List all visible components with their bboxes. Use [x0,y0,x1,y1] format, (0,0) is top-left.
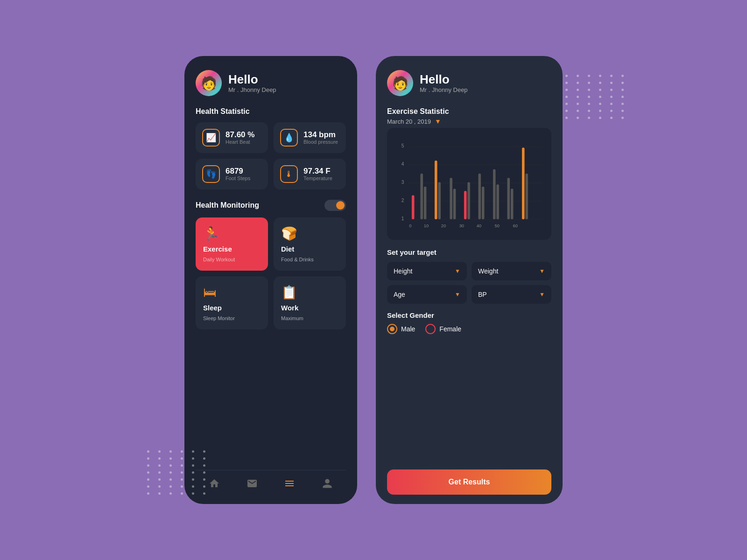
diet-name: Diet [281,245,338,253]
exercise-chart: 5 4 3 2 1 [394,135,545,233]
footsteps-icon: 👣 [202,165,220,183]
avatar-left: 🧑 [196,70,222,96]
dots-decoration-tr: // Will render after body builds [565,75,628,119]
svg-text:2: 2 [402,198,404,203]
age-dropdown-arrow: ▼ [455,291,460,298]
svg-rect-13 [435,161,437,219]
svg-text:0: 0 [409,224,411,228]
svg-rect-16 [453,189,456,219]
male-radio-outer [387,324,397,334]
diet-sub: Food & Drinks [281,257,338,262]
date-dropdown-arrow[interactable]: ▼ [435,118,441,125]
nav-mail[interactable] [244,475,261,495]
height-dropdown-arrow: ▼ [455,268,460,274]
bp-dropdown-arrow: ▼ [539,291,545,298]
activity-card-work[interactable]: 📋 Work Maximum [274,276,346,329]
hello-text-left: Hello [228,73,276,86]
get-results-button[interactable]: Get Results [387,469,551,495]
blood-pressure-label: Blood pressure [303,139,338,145]
svg-rect-22 [496,184,499,219]
right-phone: 🧑 Hello Mr . Jhonny Deep Exercise Statis… [376,56,563,504]
stat-grid: 📈 87.60 % Heart Beat 💧 134 bpm Blood pre… [196,122,346,189]
svg-rect-15 [450,178,452,219]
gender-option-female[interactable]: Female [425,324,461,334]
weight-dropdown[interactable]: Weight ▼ [472,262,551,280]
male-radio-inner [390,327,395,331]
svg-rect-21 [493,169,496,219]
age-label: Age [394,291,405,298]
set-target-title: Set your target [387,248,551,256]
age-dropdown[interactable]: Age ▼ [387,285,467,304]
blood-pressure-icon: 💧 [280,129,298,147]
footsteps-value: 6879 [226,167,250,176]
bottom-nav [196,470,346,495]
svg-text:50: 50 [495,224,500,228]
stat-card-temperature[interactable]: 🌡 97.34 F Temperature [274,159,346,189]
monitoring-header: Health Monitoring [196,200,346,211]
select-gender-title: Select Gender [387,311,551,319]
svg-text:3: 3 [402,180,404,185]
work-icon: 📋 [281,285,338,300]
activity-card-sleep[interactable]: 🛏 Sleep Sleep Monitor [196,276,268,329]
work-sub: Maximum [281,315,338,321]
svg-rect-18 [467,182,470,219]
exercise-name: Exercise [203,245,261,253]
footsteps-label: Foot Steps [226,175,250,181]
target-grid: Height ▼ Weight ▼ Age ▼ BP ▼ [387,262,551,304]
left-phone: 🧑 Hello Mr . Jhonny Deep Health Statisti… [184,56,357,504]
user-header-left: 🧑 Hello Mr . Jhonny Deep [196,70,346,96]
user-header-right: 🧑 Hello Mr . Jhonny Deep [387,70,551,96]
stat-card-heartbeat[interactable]: 📈 87.60 % Heart Beat [196,122,268,153]
svg-rect-23 [507,178,510,219]
activity-card-exercise[interactable]: 🏃 Exercise Daily Workout [196,217,268,271]
weight-dropdown-arrow: ▼ [539,268,545,274]
svg-text:30: 30 [459,224,464,228]
monitoring-toggle[interactable] [324,200,346,211]
date-row: March 20 , 2019 ▼ [387,118,551,125]
svg-text:40: 40 [477,224,481,228]
exercise-date: March 20 , 2019 [387,118,431,125]
page-wrapper: // Will render after body builds 🧑 Hello… [184,56,563,504]
user-name-block-left: Hello Mr . Jhonny Deep [228,73,276,93]
gender-option-male[interactable]: Male [387,324,415,334]
gender-row: Male Female [387,324,551,334]
exercise-header: Exercise Statistic March 20 , 2019 ▼ [387,107,551,125]
subname-left: Mr . Jhonny Deep [228,86,276,93]
subname-right: Mr . Jhonny Deep [420,86,468,93]
hello-text-right: Hello [420,73,468,86]
diet-icon: 🍞 [281,226,338,241]
svg-rect-10 [412,195,415,219]
height-label: Height [394,267,412,275]
svg-rect-20 [482,187,485,219]
health-statistic-title: Health Statistic [196,107,346,116]
footsteps-info: 6879 Foot Steps [226,167,250,182]
activity-card-diet[interactable]: 🍞 Diet Food & Drinks [274,217,346,271]
svg-rect-17 [464,191,467,219]
select-gender-section: Select Gender Male Female [387,311,551,334]
svg-rect-19 [478,174,481,219]
svg-rect-26 [525,174,528,219]
svg-text:5: 5 [402,143,404,148]
svg-rect-14 [438,182,441,219]
female-radio-outer [425,324,436,334]
nav-settings[interactable] [281,475,298,495]
bp-dropdown[interactable]: BP ▼ [472,285,551,304]
stat-card-footsteps[interactable]: 👣 6879 Foot Steps [196,159,268,189]
svg-text:10: 10 [424,224,429,228]
nav-profile[interactable] [319,475,336,495]
exercise-sub: Daily Workout [203,257,261,262]
bp-label: BP [478,291,487,298]
height-dropdown[interactable]: Height ▼ [387,262,467,280]
svg-text:4: 4 [402,161,404,167]
chart-area: 5 4 3 2 1 [387,128,551,240]
heartbeat-info: 87.60 % Heart Beat [226,131,254,145]
sleep-icon: 🛏 [203,285,261,300]
exercise-title: Exercise Statistic [387,107,551,116]
female-label: Female [439,325,461,333]
svg-text:60: 60 [513,224,517,228]
temperature-value: 97.34 F [303,167,332,176]
svg-rect-11 [420,174,423,219]
blood-pressure-value: 134 bpm [303,131,338,140]
stat-card-blood-pressure[interactable]: 💧 134 bpm Blood pressure [274,122,346,153]
weight-label: Weight [478,267,498,275]
